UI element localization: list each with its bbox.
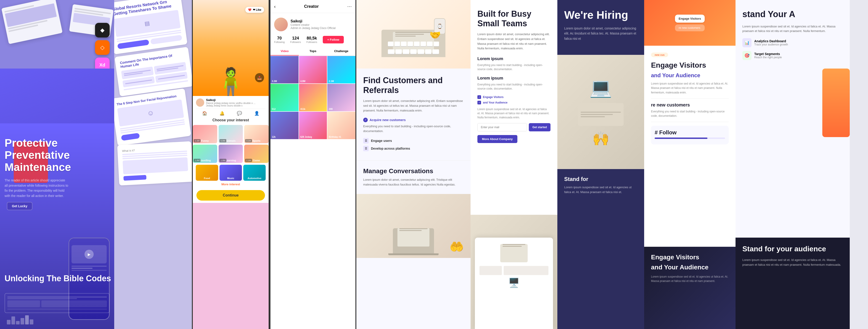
- funny-views: 1.1M: [194, 139, 200, 142]
- engage-icon: ☰: [363, 138, 369, 144]
- interest-food[interactable]: Food: [196, 165, 218, 181]
- tab-challenge[interactable]: Challenge: [327, 47, 355, 56]
- develop-feature: ☰ Develop across platforms: [363, 146, 464, 151]
- interest-animals[interactable]: Animals 5.0M: [219, 125, 243, 143]
- followers-stat: 124 Followers: [290, 36, 301, 43]
- video-thumb-5[interactable]: 411k: [299, 84, 327, 111]
- interest-game[interactable]: Game 2.1M: [244, 145, 269, 163]
- panel1-main-content: ▶ Protective Preventative Maintenance Th…: [0, 123, 114, 329]
- video-views-7: 12k: [272, 136, 276, 138]
- xd-icon: Xd: [95, 58, 110, 68]
- home-icon[interactable]: 🏠: [202, 111, 207, 116]
- p3-desc: Jedaig Jedaig remix osunu double x: [206, 104, 255, 107]
- creator-tabs: Video Tops Challenge: [271, 47, 355, 56]
- new-customers-badge: new cus: [651, 53, 668, 57]
- more-interest-btn[interactable]: More interest: [193, 181, 269, 188]
- blog-card-4: What is it?: [117, 141, 192, 185]
- laptop-wireframe: [5, 293, 110, 313]
- unlocking-section: Unlocking The Bible Codes: [5, 273, 111, 283]
- email-form: Get started: [477, 123, 551, 131]
- interest-travelling[interactable]: Travelling 1.0M: [193, 145, 217, 163]
- person-at-desk: 🖥️: [470, 215, 557, 329]
- video-thumb-2[interactable]: 4.9M: [299, 56, 327, 83]
- hiring-image: 💻 🙌: [557, 55, 644, 169]
- chat-icon[interactable]: 💬: [237, 111, 242, 116]
- creator-title: Creator: [304, 4, 319, 9]
- video-thumb-9[interactable]: Birthday #1: [327, 112, 355, 139]
- panel-creator-profile: ‹ Creator ⋯ Saikoji Content creator Admi…: [270, 0, 356, 329]
- develop-icon: ☰: [363, 146, 369, 151]
- video-thumb-4[interactable]: 512: [271, 84, 299, 111]
- creator-admin-info: Admin in Jedaig Jedaig Cisco Official: [290, 27, 336, 30]
- crm-hero: ⌚ 🤝: [356, 0, 470, 68]
- crm-section-title: Find Customers and Referrals: [363, 76, 464, 95]
- manage-section: Manage Conversations Lorem ipsum dolor s…: [356, 160, 470, 194]
- creator-profile-section: Saikoji Content creator Admin in Jedaig …: [271, 13, 355, 36]
- video-thumb-3[interactable]: 2.1M: [327, 56, 355, 83]
- feature-2: 🎯 Target Segments Reach the right people: [742, 51, 843, 60]
- blog-cards-top: Global Resorts Network Grn Getting Times…: [114, 0, 192, 98]
- about-company-button[interactable]: More About Company: [477, 135, 517, 143]
- email-input[interactable]: [477, 123, 527, 131]
- lorem-section-2: Lorem ipsum Everything you need to start…: [477, 76, 551, 91]
- keyboard: [386, 39, 441, 55]
- crm-bottom-img: 🤲: [356, 194, 470, 258]
- follow-button[interactable]: + Follow: [323, 36, 344, 43]
- hands-emoji: 🙌: [592, 130, 610, 147]
- travelling-views: 1.0M: [194, 159, 200, 162]
- p3-share-btn[interactable]: 📤: [255, 73, 264, 82]
- interest-sports[interactable]: Sports 3.1M: [244, 125, 269, 143]
- tab-tops[interactable]: Tops: [299, 47, 327, 56]
- chart-wireframe: [5, 315, 110, 324]
- crm-content: Find Customers and Referrals Lorem ipsum…: [356, 68, 470, 160]
- tab-video[interactable]: Video: [271, 47, 299, 56]
- video-thumb-7[interactable]: 12k: [271, 112, 299, 139]
- separator-1: [651, 98, 728, 99]
- main-title-area: Protective Preventative Maintenance The …: [5, 137, 68, 205]
- hiring-title: We're Hiring: [564, 9, 637, 21]
- more-icon[interactable]: ⋯: [347, 4, 352, 9]
- panel-teams-hiring: Built for Busy Small Teams Lorem ipsum d…: [470, 0, 644, 329]
- interest-music[interactable]: Music: [219, 165, 242, 181]
- follow-progress: [655, 138, 725, 139]
- interest-automotive[interactable]: Automotive: [243, 165, 266, 181]
- interest-chooser: Choose your interest Funny 1.1M Animals …: [193, 118, 269, 203]
- panel-engage-new: Engage Visitors re new customers new cus…: [644, 0, 736, 329]
- followers-k-label: Followers: [307, 41, 317, 43]
- get-started-button[interactable]: Get started: [529, 123, 551, 131]
- tool-icons-group: ◆ ◇ Xd Ps: [95, 23, 110, 68]
- video-thumb-8[interactable]: 629 Jedaig: [299, 112, 327, 139]
- heart-icon: ❤️: [248, 8, 251, 11]
- back-icon[interactable]: ‹: [274, 4, 276, 9]
- video-thumb-1[interactable]: 3.3M: [271, 56, 299, 83]
- person-icon[interactable]: 👤: [254, 111, 259, 116]
- stand-for-title: Stand for: [564, 176, 637, 182]
- video-thumb-6[interactable]: 299: [327, 84, 355, 111]
- interest-funny[interactable]: Funny 1.1M: [193, 125, 217, 143]
- hands-typing-icon: 🤲: [450, 240, 464, 253]
- p3-action-bar: 🏠 🔔 💬 👤: [196, 109, 266, 116]
- more-interest-row: Food Music Automotive: [193, 165, 269, 181]
- learning-views: 1.0M: [219, 159, 226, 162]
- continue-btn[interactable]: Continue: [196, 190, 265, 201]
- bell-icon[interactable]: 🔔: [219, 111, 224, 116]
- hiring-section: We're Hiring Lorem ipsum dolor sit amet,…: [557, 0, 644, 329]
- panel1-top-section: ◆ ◇ Xd Ps: [0, 0, 114, 68]
- follow-count: # Follow: [655, 129, 725, 136]
- engage-feature: ☰ Engage users: [363, 138, 464, 144]
- p3-like-badge[interactable]: ❤️ ❤ Like: [245, 7, 264, 13]
- built-teams-content: Built for Busy Small Teams Lorem ipsum d…: [470, 0, 557, 152]
- get-lucky-btn[interactable]: Get Lucky: [7, 202, 32, 210]
- video-views-4: 512: [272, 108, 276, 110]
- hiring-bottom-text: Stand for Lorem ipsum suspendisse sed si…: [557, 169, 644, 202]
- automotive-label: Automotive: [243, 165, 266, 181]
- manage-title: Manage Conversations: [363, 168, 464, 175]
- video-views-9: Birthday #1: [329, 136, 341, 138]
- p3-user-details: Saikoji Dance jedaig jedaig remix yedhu …: [206, 98, 255, 107]
- interest-learning[interactable]: Learning 1.0M: [219, 145, 243, 163]
- lorem-desc: Everything you need to start building - …: [477, 63, 551, 71]
- p3-user-bar: Saikoji Dance jedaig jedaig remix yedhu …: [193, 96, 269, 118]
- feature-2-title: Target Segments: [754, 52, 782, 56]
- creator-stats: 70 Following 124 Followers 80,5k Followe…: [271, 36, 355, 47]
- p3-username: Saikoji: [206, 98, 255, 102]
